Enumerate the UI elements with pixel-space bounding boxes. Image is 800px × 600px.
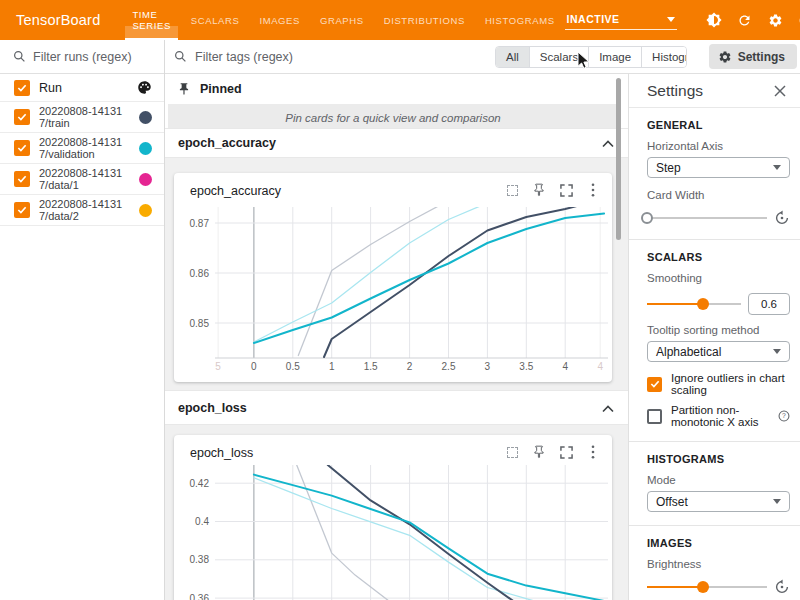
tooltip-sorting-label: Tooltip sorting method — [647, 324, 790, 336]
help-icon[interactable]: ? — [778, 410, 790, 422]
scalar-card-epoch-loss: epoch_loss 0.420.40.380.36 — [174, 435, 612, 600]
chart-svg: 00.511.522.533.54540.850.860.87 — [188, 207, 608, 372]
reset-icon[interactable] — [774, 210, 790, 226]
svg-text:0.5: 0.5 — [286, 361, 300, 372]
run-checkbox[interactable] — [14, 109, 30, 125]
card-toolbar — [505, 445, 600, 459]
run-row-train[interactable]: 20220808-141317/train — [0, 102, 164, 133]
run-row-validation[interactable]: 20220808-141317/validation — [0, 133, 164, 164]
run-color-dot — [139, 204, 152, 217]
images-heading: IMAGES — [647, 537, 790, 549]
svg-text:3.5: 3.5 — [519, 361, 533, 372]
app-header: TensorBoard TIME SERIES SCALARS IMAGES G… — [0, 0, 800, 40]
card-width-label: Card Width — [647, 189, 790, 201]
fit-domain-icon[interactable] — [505, 183, 519, 197]
tags-toolbar: All Scalars Image Histogram Settings — [165, 40, 800, 74]
section-header-epoch-loss[interactable]: epoch_loss — [165, 390, 628, 425]
reset-icon[interactable] — [774, 579, 790, 595]
palette-icon[interactable] — [137, 80, 152, 95]
histogram-mode-select[interactable]: Offset — [647, 491, 790, 512]
tab-graphs[interactable]: GRAPHS — [310, 0, 374, 40]
epoch-accuracy-chart[interactable]: 00.511.522.533.54540.850.860.87 — [188, 207, 608, 372]
horizontal-axis-select[interactable]: Step — [647, 157, 790, 178]
brightness-icon[interactable] — [706, 12, 722, 28]
smoothing-control: 0.6 — [647, 293, 790, 315]
tab-time-series[interactable]: TIME SERIES — [122, 0, 180, 40]
smoothing-slider[interactable] — [647, 297, 741, 311]
run-checkbox[interactable] — [14, 171, 30, 187]
svg-text:0.42: 0.42 — [190, 478, 210, 489]
chevron-up-icon[interactable] — [602, 134, 614, 152]
tab-scalars[interactable]: SCALARS — [181, 0, 250, 40]
fullscreen-icon[interactable] — [559, 183, 573, 197]
settings-button[interactable]: Settings — [709, 44, 797, 69]
refresh-icon[interactable] — [737, 12, 753, 28]
filter-runs-input[interactable] — [33, 50, 151, 64]
close-icon[interactable] — [772, 83, 788, 99]
histogram-mode-label: Mode — [647, 474, 790, 486]
pin-icon[interactable] — [532, 445, 546, 459]
ignore-outliers-row: Ignore outliers in chart scaling — [647, 372, 790, 396]
chevron-up-icon[interactable] — [602, 399, 614, 417]
reload-status-select[interactable]: INACTIVE — [565, 10, 677, 30]
header-actions: INACTIVE ? — [565, 10, 800, 30]
filter-tags-search — [174, 50, 495, 64]
ignore-outliers-checkbox[interactable] — [647, 377, 662, 392]
slider-thumb[interactable] — [697, 581, 709, 593]
search-icon — [174, 50, 187, 63]
pinned-title: Pinned — [200, 82, 242, 96]
run-row-data-1[interactable]: 20220808-141317/data/1 — [0, 164, 164, 195]
svg-text:4: 4 — [562, 361, 568, 372]
chevron-down-icon — [773, 165, 781, 170]
filter-runs-search — [0, 40, 164, 74]
svg-text:2: 2 — [407, 361, 413, 372]
epoch-loss-chart[interactable]: 0.420.40.380.36 — [188, 465, 608, 600]
slider-thumb[interactable] — [641, 212, 653, 224]
filter-all-button[interactable]: All — [496, 47, 530, 67]
run-checkbox[interactable] — [14, 140, 30, 156]
filter-histogram-button[interactable]: Histogram — [642, 47, 687, 67]
chevron-down-icon — [773, 499, 781, 504]
card-toolbar — [505, 183, 600, 197]
settings-panel-body: GENERAL Horizontal Axis Step Card Width … — [629, 119, 800, 600]
pin-icon[interactable] — [532, 183, 546, 197]
brightness-slider[interactable] — [647, 580, 767, 594]
card-title: epoch_accuracy — [190, 184, 281, 198]
more-menu-icon[interactable] — [586, 445, 600, 459]
svg-text:?: ? — [782, 412, 786, 419]
card-width-slider[interactable] — [647, 211, 767, 225]
run-color-dot — [139, 173, 152, 186]
fullscreen-icon[interactable] — [559, 445, 573, 459]
run-list-header: Run — [0, 74, 164, 102]
run-checkbox[interactable] — [14, 202, 30, 218]
run-select-all-checkbox[interactable] — [14, 80, 30, 96]
run-column-label: Run — [39, 81, 137, 95]
fit-domain-icon[interactable] — [505, 445, 519, 459]
tab-images[interactable]: IMAGES — [249, 0, 310, 40]
section-header-epoch-accuracy[interactable]: epoch_accuracy — [165, 128, 628, 158]
svg-text:2.5: 2.5 — [442, 361, 456, 372]
slider-thumb[interactable] — [697, 298, 709, 310]
histograms-heading: HISTOGRAMS — [647, 453, 790, 465]
settings-panel: Settings GENERAL Horizontal Axis Step Ca… — [628, 74, 800, 600]
partition-x-axis-checkbox[interactable] — [647, 409, 662, 424]
filter-tags-input[interactable] — [195, 50, 495, 64]
smoothing-value-input[interactable]: 0.6 — [748, 293, 790, 315]
svg-text:0: 0 — [251, 361, 257, 372]
app-logo: TensorBoard — [16, 12, 100, 28]
tooltip-sorting-select[interactable]: Alphabetical — [647, 341, 790, 362]
section-body-epoch-accuracy: epoch_accuracy 00.511.522.533.54540.850.… — [165, 158, 628, 390]
more-menu-icon[interactable] — [586, 183, 600, 197]
divider — [629, 441, 800, 442]
chevron-down-icon — [773, 349, 781, 354]
gear-icon[interactable] — [768, 12, 784, 28]
tab-histograms[interactable]: HISTOGRAMS — [475, 0, 565, 40]
general-heading: GENERAL — [647, 119, 790, 131]
tab-distributions[interactable]: DISTRIBUTIONS — [374, 0, 475, 40]
svg-text:3: 3 — [485, 361, 491, 372]
run-row-data-2[interactable]: 20220808-141317/data/2 — [0, 195, 164, 226]
section-body-epoch-loss: epoch_loss 0.420.40.380.36 — [165, 425, 628, 600]
run-color-dot — [139, 111, 152, 124]
filter-image-button[interactable]: Image — [589, 47, 642, 67]
scrollbar-thumb[interactable] — [616, 78, 621, 240]
